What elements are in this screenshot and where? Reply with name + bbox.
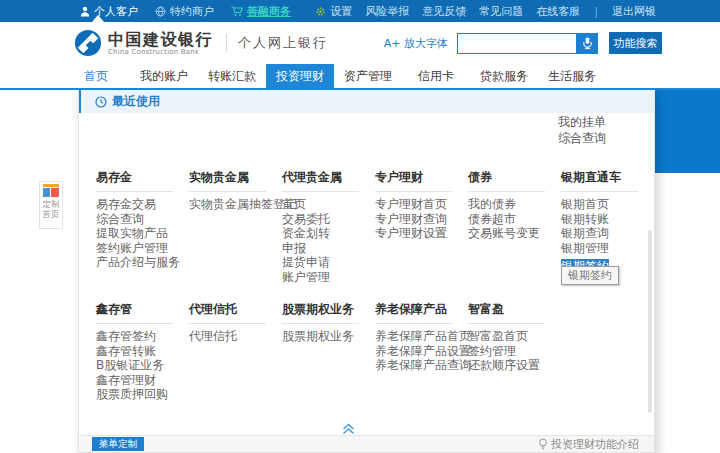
menu-item[interactable]: 产品介绍与服务 bbox=[96, 255, 189, 270]
menu-item[interactable]: 实物贵金属抽签登记 bbox=[189, 197, 282, 212]
nav-tab[interactable]: 信用卡 bbox=[402, 64, 470, 88]
menu-row-2: 鑫存管鑫存管签约鑫存管转账B股银证业务鑫存管理财股票质押回购代理信托代理信托股票… bbox=[96, 301, 561, 402]
menu-item[interactable]: 签约账户管理 bbox=[96, 241, 189, 256]
topbar-link-right[interactable]: 在线客服 bbox=[536, 4, 580, 19]
recently-used-label: 最近使用 bbox=[112, 93, 160, 110]
topbar-link-right[interactable]: 常见问题 bbox=[479, 4, 523, 19]
nav-tab[interactable]: 转账汇款 bbox=[198, 64, 266, 88]
menu-item[interactable]: 还款顺序设置 bbox=[468, 358, 561, 373]
menu-item[interactable]: 提货申请 bbox=[282, 255, 375, 270]
nav-tab[interactable]: 贷款服务 bbox=[470, 64, 538, 88]
menu-category: 智富盈智富盈首页签约管理还款顺序设置 bbox=[468, 301, 561, 402]
menu-customize-button[interactable]: 菜单定制 bbox=[92, 437, 144, 451]
nav-tab[interactable]: 首页 bbox=[62, 64, 130, 88]
menu-item[interactable]: 交易委托 bbox=[282, 212, 375, 227]
topbar-left-links: 个人客户特约商户善融商务 bbox=[80, 4, 291, 19]
topbar-divider: | bbox=[594, 5, 598, 18]
topbar-link-right[interactable]: 风险举报 bbox=[365, 4, 409, 19]
primary-nav: 首页我的账户转账汇款投资理财资产管理信用卡贷款服务生活服务 bbox=[0, 64, 720, 90]
menu-category-title: 银期直通车 bbox=[561, 169, 638, 192]
topbar-link-right[interactable]: 退出网银 bbox=[612, 4, 656, 19]
header-divider bbox=[226, 34, 227, 52]
nav-tab[interactable]: 我的账户 bbox=[130, 64, 198, 88]
menu-item[interactable]: 银期转账 bbox=[561, 212, 654, 227]
lightbulb-icon bbox=[538, 438, 548, 450]
topbar-link-label: 退出网银 bbox=[612, 4, 656, 19]
menu-item[interactable]: 代理信托 bbox=[189, 329, 282, 344]
bank-name-english: China Construction Bank bbox=[108, 48, 213, 56]
topbar-link-right[interactable]: 设置 bbox=[315, 4, 352, 19]
recently-used-bar: 最近使用 bbox=[79, 90, 654, 113]
menu-item[interactable]: 专户理财设置 bbox=[375, 226, 468, 241]
active-tab-caret bbox=[92, 15, 104, 22]
menu-item[interactable]: B股银证业务 bbox=[96, 358, 189, 373]
megamenu-footer: 菜单定制 投资理财功能介绍 bbox=[79, 435, 654, 452]
menu-item[interactable]: 养老保障产品查询 bbox=[375, 358, 468, 373]
menu-category: 实物贵金属实物贵金属抽签登记 bbox=[189, 169, 282, 285]
menu-item[interactable]: 综合查询 bbox=[96, 212, 189, 227]
nav-tab[interactable]: 投资理财 bbox=[266, 64, 334, 88]
topbar-link-left[interactable]: 个人客户 bbox=[80, 4, 138, 19]
menu-item[interactable]: 股票质押回购 bbox=[96, 387, 189, 402]
menu-item[interactable]: 智富盈首页 bbox=[468, 329, 561, 344]
customize-homepage-label-line2: 首页 bbox=[40, 209, 62, 219]
menu-category: 债券我的债券债券超市交易账号变更 bbox=[468, 169, 561, 285]
nav-tab[interactable]: 资产管理 bbox=[334, 64, 402, 88]
cart-icon bbox=[231, 6, 243, 17]
voice-search-button[interactable] bbox=[576, 33, 598, 54]
menu-item[interactable]: 鑫存管理财 bbox=[96, 373, 189, 388]
menu-item[interactable]: 股票期权业务 bbox=[282, 329, 375, 344]
menu-category-title: 养老保障产品 bbox=[375, 301, 452, 324]
font-zoom-link[interactable]: A+ 放大字体 bbox=[384, 36, 448, 51]
menu-category-title: 鑫存管 bbox=[96, 301, 173, 324]
portal-title: 个人网上银行 bbox=[238, 34, 328, 52]
menu-category-title: 智富盈 bbox=[468, 301, 545, 324]
clock-icon bbox=[95, 96, 107, 108]
function-search-box bbox=[457, 33, 598, 54]
topbar-link-left[interactable]: 善融商务 bbox=[231, 4, 291, 19]
ccb-logo-icon bbox=[74, 29, 102, 57]
feature-intro-link[interactable]: 投资理财功能介绍 bbox=[538, 437, 639, 452]
customize-homepage-tab[interactable]: 定制 首页 bbox=[39, 181, 63, 229]
menu-item[interactable]: 签约管理 bbox=[468, 344, 561, 359]
customize-homepage-label-line1: 定制 bbox=[40, 199, 62, 209]
person-icon bbox=[80, 6, 90, 17]
menu-item[interactable]: 鑫存管签约 bbox=[96, 329, 189, 344]
menu-category-title: 代理信托 bbox=[189, 301, 266, 324]
topbar-link-label: 风险举报 bbox=[365, 4, 409, 19]
menu-item[interactable]: 我的挂单 bbox=[558, 115, 606, 131]
menu-item[interactable]: 银期管理 bbox=[561, 241, 654, 256]
menu-category: 易存金易存金交易综合查询提取实物产品签约账户管理产品介绍与服务 bbox=[96, 169, 189, 285]
bank-logo[interactable]: 中国建设银行 China Construction Bank bbox=[74, 29, 213, 57]
menu-item[interactable]: 鑫存管转账 bbox=[96, 344, 189, 359]
menu-item[interactable]: 资金划转 bbox=[282, 226, 375, 241]
menu-item[interactable]: 银期首页 bbox=[561, 197, 654, 212]
menu-item[interactable]: 债券超市 bbox=[468, 212, 561, 227]
topbar-link-left[interactable]: 特约商户 bbox=[155, 4, 214, 19]
topbar-right-links: 设置风险举报意见反馈常见问题在线客服|退出网银 bbox=[315, 4, 656, 19]
menu-item[interactable]: 账户管理 bbox=[282, 270, 375, 285]
menu-item[interactable]: 专户理财首页 bbox=[375, 197, 468, 212]
menu-item[interactable]: 首页 bbox=[282, 197, 375, 212]
menu-item[interactable]: 综合查询 bbox=[558, 131, 606, 147]
feature-intro-label: 投资理财功能介绍 bbox=[551, 437, 639, 452]
menu-item[interactable]: 易存金交易 bbox=[96, 197, 189, 212]
function-search-button[interactable]: 功能搜索 bbox=[609, 32, 662, 54]
personal-online-banking-screen: 个人客户特约商户善融商务 设置风险举报意见反馈常见问题在线客服|退出网银 中国建… bbox=[0, 0, 720, 453]
menu-item[interactable]: 专户理财查询 bbox=[375, 212, 468, 227]
topbar-link-right[interactable]: 意见反馈 bbox=[422, 4, 466, 19]
menu-item[interactable]: 申报 bbox=[282, 241, 375, 256]
menu-item[interactable]: 交易账号变更 bbox=[468, 226, 561, 241]
menu-item[interactable]: 养老保障产品首页 bbox=[375, 329, 468, 344]
microphone-icon bbox=[582, 36, 593, 50]
menu-category-title: 债券 bbox=[468, 169, 545, 192]
nav-tab[interactable]: 生活服务 bbox=[538, 64, 606, 88]
function-search-input[interactable] bbox=[457, 33, 576, 54]
menu-item[interactable]: 我的债券 bbox=[468, 197, 561, 212]
menu-scrollbar-thumb[interactable] bbox=[648, 230, 652, 413]
menu-item[interactable]: 养老保障产品设置 bbox=[375, 344, 468, 359]
topbar-link-label: 善融商务 bbox=[247, 4, 291, 19]
menu-item[interactable]: 提取实物产品 bbox=[96, 226, 189, 241]
site-header: 中国建设银行 China Construction Bank 个人网上银行 A+… bbox=[0, 22, 720, 64]
menu-item[interactable]: 银期查询 bbox=[561, 226, 654, 241]
